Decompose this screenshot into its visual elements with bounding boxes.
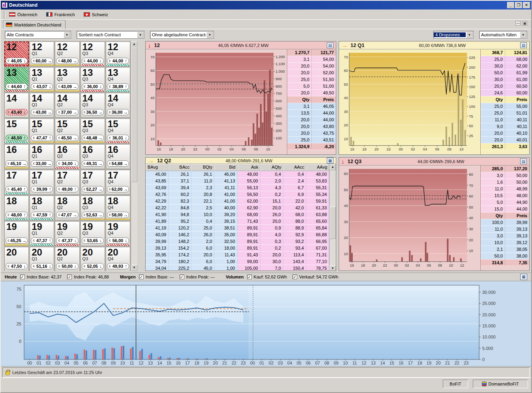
- tab-oesterreich[interactable]: Österreich: [7, 11, 41, 18]
- depth-table-scrollbar[interactable]: ▲▼: [329, 164, 336, 271]
- contract-tile-12-q4[interactable]: 12Q4€44,00↑: [106, 41, 130, 66]
- panel-header[interactable]: →12 Q248,00 €/MWh 291,6 MW▦: [146, 158, 336, 164]
- contract-tile-18[interactable]: 18€48,00↑: [4, 196, 29, 220]
- table-row[interactable]: 39,13154,26,018,0089,910,293,467,00: [146, 245, 329, 252]
- morgen-peak-checkbox[interactable]: ✓: [180, 275, 184, 279]
- contract-tile-15-q1[interactable]: 15Q1€47,47↑: [30, 118, 54, 143]
- kauf-checkbox[interactable]: ✓: [247, 275, 252, 279]
- contract-tile-19-q1[interactable]: 19Q1€47,37↑: [30, 221, 54, 246]
- scroll-down-icon[interactable]: ▼: [330, 265, 336, 271]
- contract-tile-13[interactable]: 13€44,60↑: [4, 67, 29, 92]
- contract-tile-13-q3[interactable]: 13Q3€36,00↓: [81, 67, 105, 92]
- close-button[interactable]: ✕: [523, 2, 530, 8]
- contract-tile-13-q2[interactable]: 13Q2€43,09→: [55, 67, 79, 92]
- column-header-bacc[interactable]: BAcc: [169, 164, 191, 171]
- column-header-ask[interactable]: Ask: [238, 164, 260, 171]
- contract-tile-18-q4[interactable]: 18Q4€58,00→: [106, 196, 130, 220]
- table-row[interactable]: 42,2982,322,141,0062,0015,122,059,91: [146, 198, 329, 205]
- table-row[interactable]: 43,6939,42,341,1156,134,36,755,31: [146, 184, 329, 191]
- contract-tile-20-q2[interactable]: 20Q2€50,00↓: [55, 247, 79, 271]
- table-row[interactable]: 34,79180,26,01,0099,0030,0143,477,10: [146, 258, 329, 265]
- contract-tile-12-q3[interactable]: 12Q3€44,00↓: [81, 41, 105, 66]
- minimize-button[interactable]: _: [507, 2, 514, 8]
- tab-frankreich[interactable]: Frankreich: [45, 11, 78, 18]
- contracts-filter-select[interactable]: Alle Contracts ▼: [5, 31, 71, 39]
- column-header-aacc[interactable]: AAcc: [283, 164, 306, 171]
- table-row[interactable]: 41,19120,225,038,5189,910,988,965,84: [146, 225, 329, 231]
- panel-header[interactable]: ↓12 Q344,00 €/MWh 299,6 MW▤: [339, 158, 529, 165]
- scrollbar-thumb[interactable]: [330, 207, 336, 239]
- contract-tile-13-q4[interactable]: 13Q4€38,89↑: [106, 67, 130, 92]
- autofill-select[interactable]: Automatisch füllen ▼: [479, 31, 527, 39]
- contract-tile-12-q2[interactable]: 12Q2€48,00→: [55, 41, 79, 66]
- table-row[interactable]: 42,7660,220,841,0056,500,26,955,34: [146, 191, 329, 198]
- contract-tile-20-q1[interactable]: 20Q1€51,16↓: [30, 247, 54, 271]
- contract-tile-14-q2[interactable]: 14Q2€37,00→: [55, 93, 79, 118]
- table-row[interactable]: 41,9094,810,039,2068,0026,068,063,88: [146, 211, 329, 218]
- table-row[interactable]: 39,99148,22,032,5089,910,393,266,95: [146, 238, 329, 245]
- contract-tile-16-q1[interactable]: 16Q1€33,00→: [30, 144, 54, 169]
- contract-tile-19[interactable]: 19€45,25→: [4, 221, 29, 246]
- contract-tile-17-q2[interactable]: 17Q2€49,00↑: [55, 170, 79, 195]
- contract-tile-18-q3[interactable]: 18Q3€52,63→: [81, 196, 105, 220]
- scroll-up-icon[interactable]: ▲: [330, 164, 336, 170]
- tab-schweiz[interactable]: Schweiz: [82, 11, 111, 18]
- expired-filter-select[interactable]: Ohne abgelaufene Contracts ▼: [150, 31, 214, 39]
- column-header-bid[interactable]: Bid: [214, 164, 237, 171]
- contract-tile-16-q4[interactable]: 16Q4€54,88→: [106, 144, 130, 169]
- contract-tile-17-q4[interactable]: 17Q4€62,00→: [106, 170, 130, 195]
- column-header-bavg[interactable]: BAvg: [146, 164, 169, 171]
- contract-tile-15[interactable]: 15€46,50↑: [4, 118, 29, 143]
- column-header-aqty[interactable]: AQty: [260, 164, 283, 171]
- contract-tile-12-q1[interactable]: 12Q1€60,00→: [30, 41, 54, 66]
- chevron-down-icon[interactable]: ▼: [466, 32, 473, 38]
- contract-list-scrollbar[interactable]: ▲ ▼: [131, 41, 137, 271]
- table-row[interactable]: 41,8995,20,439,1571,4320,088,065,60: [146, 218, 329, 225]
- chart-toggle-icon[interactable]: ▤: [520, 158, 527, 164]
- table-row[interactable]: 42,2284,82,540,0062,9020,042,061,33: [146, 205, 329, 211]
- column-header-aavg[interactable]: AAvg: [306, 164, 329, 171]
- table-row[interactable]: 35,95174,220,011,4391,4320,0113,471,31: [146, 252, 329, 258]
- scrollbar-thumb[interactable]: [131, 47, 137, 182]
- contract-tile-17-q1[interactable]: 17Q1€39,99↑: [30, 170, 54, 195]
- table-row[interactable]: 40,09146,226,035,0089,914,092,966,88: [146, 231, 329, 238]
- tab-marktdaten-deutschland[interactable]: Marktdaten Deutschland: [3, 20, 66, 29]
- morgen-base-checkbox[interactable]: ✓: [139, 275, 144, 279]
- table-row[interactable]: 45,0026,126,145,0048,000,40,448,00: [146, 171, 329, 178]
- table-row[interactable]: 34,04225,245,01,00105,007,0150,478,75: [146, 265, 329, 271]
- contract-tile-16-q3[interactable]: 16Q3€49,31→: [81, 144, 105, 169]
- contract-tile-18-q2[interactable]: 18Q2€47,07→: [55, 196, 79, 220]
- sort-select[interactable]: Sortiert nach Contract ▼: [77, 31, 144, 39]
- contract-tile-19-q4[interactable]: 19Q4€56,00↓: [106, 221, 130, 246]
- scroll-track[interactable]: [330, 170, 336, 265]
- chevron-down-icon[interactable]: ▼: [64, 32, 70, 38]
- contract-tile-15-q3[interactable]: 15Q3€48,48→: [81, 118, 105, 143]
- chart-toggle-icon[interactable]: ▤: [520, 42, 527, 48]
- scroll-up-icon[interactable]: ▲: [131, 41, 137, 47]
- contract-tile-20-q4[interactable]: 20Q4€49,93↑: [106, 247, 130, 271]
- scroll-down-icon[interactable]: ▼: [131, 265, 137, 271]
- table-row[interactable]: 43,8537,111,041,1355,002,02,453,83: [146, 178, 329, 184]
- contract-tile-12[interactable]: 12€46,05↓: [4, 41, 29, 66]
- maximize-button[interactable]: ❐: [515, 2, 522, 8]
- contract-tile-19-q3[interactable]: 19Q3€53,65↓: [81, 221, 105, 246]
- column-header-bqty[interactable]: BQty: [191, 164, 214, 171]
- contract-tile-20[interactable]: 20€47,50↓: [4, 247, 29, 271]
- table-view-icon[interactable]: ▦: [327, 158, 333, 164]
- contract-tile-14-q3[interactable]: 14Q3€36,50→: [81, 93, 105, 118]
- chevron-down-icon[interactable]: ▼: [137, 32, 144, 38]
- contract-tile-14-q4[interactable]: 14Q4€36,00→: [106, 93, 130, 118]
- restore-pane-icon[interactable]: ▣: [522, 21, 527, 26]
- chevron-down-icon[interactable]: ▼: [520, 32, 526, 38]
- heute-base-checkbox[interactable]: ✓: [20, 275, 25, 279]
- contract-tile-13-q1[interactable]: 13Q1€43,07↓: [30, 67, 54, 92]
- contract-tile-19-q2[interactable]: 19Q2€47,37↓: [55, 221, 79, 246]
- contract-tile-16-q2[interactable]: 16Q2€34,00↓: [55, 144, 79, 169]
- contract-tile-15-q4[interactable]: 15Q4€36,01↓: [106, 118, 130, 143]
- chart-toggle-icon[interactable]: ▤: [327, 42, 333, 48]
- contract-tile-14[interactable]: 14€43,40↓: [4, 93, 29, 118]
- dropzones-select[interactable]: 4 Dropzones ▼: [433, 31, 474, 39]
- contract-tile-17[interactable]: 17€45,40↑: [4, 170, 29, 195]
- contract-tile-20-q3[interactable]: 20Q3€52,05↓: [81, 247, 105, 271]
- chart-settings-icon[interactable]: ▦: [520, 274, 527, 280]
